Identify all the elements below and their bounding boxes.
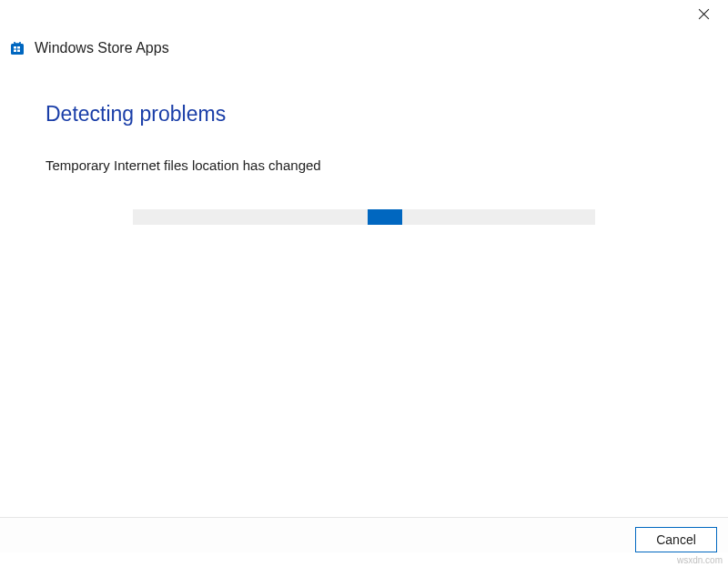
app-title: Windows Store Apps bbox=[35, 40, 169, 56]
titlebar bbox=[0, 0, 728, 27]
progress-bar bbox=[133, 209, 595, 225]
svg-rect-3 bbox=[14, 50, 16, 53]
header: Windows Store Apps bbox=[0, 27, 728, 66]
store-icon bbox=[9, 40, 25, 56]
status-text: Temporary Internet files location has ch… bbox=[46, 157, 682, 173]
svg-rect-2 bbox=[17, 46, 20, 49]
cancel-button[interactable]: Cancel bbox=[635, 527, 717, 552]
close-button[interactable] bbox=[688, 1, 719, 26]
progress-wrap bbox=[46, 209, 682, 225]
svg-rect-0 bbox=[11, 44, 24, 55]
svg-rect-1 bbox=[14, 46, 16, 49]
page-heading: Detecting problems bbox=[46, 102, 682, 127]
svg-rect-4 bbox=[17, 50, 20, 53]
watermark: wsxdn.com bbox=[677, 555, 723, 565]
close-icon bbox=[698, 8, 710, 20]
content-area: Detecting problems Temporary Internet fi… bbox=[0, 66, 728, 243]
footer: Cancel bbox=[0, 517, 728, 552]
progress-indicator bbox=[368, 209, 402, 225]
